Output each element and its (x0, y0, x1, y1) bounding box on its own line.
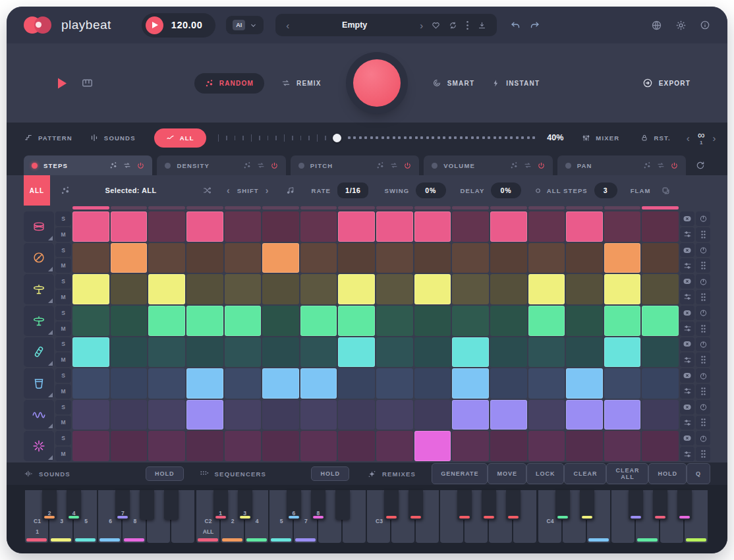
rate-value[interactable]: 1/16 (337, 182, 368, 198)
step-8-13[interactable] (528, 431, 565, 461)
tab-power-icon[interactable] (137, 162, 144, 169)
step-4-2[interactable] (111, 306, 148, 336)
track-drag-handle-icon[interactable] (696, 290, 710, 304)
step-3-4[interactable] (186, 274, 223, 304)
piano-key-F#4[interactable] (629, 490, 643, 520)
clear-track-icon[interactable] (680, 400, 694, 414)
step-7-8[interactable] (338, 400, 375, 430)
tab-power-icon[interactable] (271, 162, 278, 169)
clear-track-icon[interactable] (680, 211, 694, 226)
step-4-10[interactable] (414, 306, 451, 336)
track-drag-handle-icon[interactable] (696, 447, 710, 461)
solo-button[interactable]: S (55, 431, 71, 445)
step-5-3[interactable] (148, 337, 185, 368)
tab-pan[interactable]: PAN (557, 155, 686, 175)
clear-track-icon[interactable] (680, 431, 694, 445)
tab-steps[interactable]: STEPS (24, 155, 152, 175)
track-sliders-icon[interactable] (680, 258, 694, 273)
clear-track-icon[interactable] (680, 306, 694, 320)
length-segment-1[interactable] (72, 206, 109, 210)
ai-mode-dropdown[interactable]: AI (226, 16, 264, 34)
step-6-3[interactable] (148, 368, 185, 399)
track-drag-handle-icon[interactable] (696, 416, 710, 430)
step-3-11[interactable] (452, 274, 489, 304)
track-sliders-icon[interactable] (680, 227, 694, 242)
step-2-7[interactable] (300, 243, 337, 273)
step-1-13[interactable] (528, 211, 565, 242)
step-5-16[interactable] (642, 337, 679, 368)
step-6-4[interactable] (186, 368, 223, 399)
step-4-8[interactable] (338, 306, 375, 336)
step-5-15[interactable] (604, 337, 641, 368)
tab-power-icon[interactable] (404, 162, 411, 169)
track-sliders-icon[interactable] (680, 384, 694, 399)
step-3-6[interactable] (262, 274, 299, 304)
track-sliders-icon[interactable] (680, 416, 694, 430)
step-4-4[interactable] (186, 306, 223, 336)
solo-button[interactable]: S (55, 400, 71, 414)
step-2-3[interactable] (148, 243, 185, 273)
step-5-11[interactable] (452, 337, 489, 368)
step-6-1[interactable] (72, 368, 109, 399)
step-8-14[interactable] (566, 431, 603, 461)
step-1-8[interactable] (338, 211, 375, 242)
sequencers-hold-button[interactable]: HOLD (311, 466, 349, 481)
step-3-2[interactable] (111, 274, 148, 304)
step-6-7[interactable] (300, 368, 337, 399)
step-5-12[interactable] (490, 337, 527, 368)
shift-left-button[interactable]: ‹ (227, 185, 231, 196)
step-5-10[interactable] (414, 337, 451, 368)
export-button[interactable]: EXPORT (642, 78, 691, 88)
step-5-13[interactable] (528, 337, 565, 368)
piano-key-A#1[interactable] (164, 490, 179, 520)
step-6-10[interactable] (414, 368, 451, 399)
piano-key-D#1[interactable]: 4 (67, 490, 81, 520)
piano-key-C#2[interactable]: 1 (213, 490, 228, 520)
tab-dice-icon[interactable] (510, 161, 518, 169)
step-4-5[interactable] (225, 306, 262, 336)
tab-power-icon[interactable] (538, 162, 545, 169)
step-1-9[interactable] (376, 211, 413, 242)
step-5-9[interactable] (376, 337, 413, 368)
save-download-icon[interactable] (478, 21, 486, 30)
burst-icon[interactable] (24, 431, 54, 461)
step-6-9[interactable] (376, 368, 413, 399)
track-drag-handle-icon[interactable] (696, 352, 710, 367)
step-2-14[interactable] (566, 243, 603, 273)
piano-key-G#2[interactable]: 8 (311, 490, 325, 520)
move-button[interactable]: MOVE (488, 463, 526, 484)
length-segment-5[interactable] (225, 206, 262, 210)
step-2-13[interactable] (528, 243, 565, 273)
tab-loop-icon[interactable] (390, 161, 398, 169)
step-7-12[interactable] (490, 400, 527, 430)
track-knob-icon[interactable] (696, 211, 710, 226)
mute-button[interactable]: M (55, 322, 71, 336)
piano-key-A#3[interactable] (506, 490, 521, 520)
track-knob-icon[interactable] (696, 274, 710, 289)
piano-key-G#4[interactable] (653, 490, 667, 520)
tab-dice-icon[interactable] (109, 161, 117, 169)
lock-button[interactable]: LOCK (526, 463, 565, 484)
pattern-tab[interactable]: PATTERN (24, 133, 72, 142)
hold-button[interactable]: HOLD (648, 463, 687, 484)
step-1-4[interactable] (186, 211, 223, 242)
track-drag-handle-icon[interactable] (696, 322, 710, 336)
shift-right-button[interactable]: › (266, 185, 269, 196)
undo-icon[interactable] (510, 20, 521, 30)
step-2-12[interactable] (490, 243, 527, 273)
tab-pitch[interactable]: PITCH (291, 155, 419, 175)
step-4-15[interactable] (604, 306, 641, 336)
hihat-icon[interactable] (24, 274, 54, 304)
slider-handle[interactable] (333, 134, 341, 142)
piano-key-A#2[interactable] (335, 490, 350, 520)
step-7-9[interactable] (376, 400, 413, 430)
step-8-3[interactable] (148, 431, 185, 461)
step-3-3[interactable] (148, 274, 185, 304)
step-1-7[interactable] (300, 211, 337, 242)
loop-prev-button[interactable]: ‹ (687, 133, 690, 143)
step-6-2[interactable] (111, 368, 148, 399)
step-7-11[interactable] (452, 400, 489, 430)
step-5-14[interactable] (566, 337, 603, 368)
step-1-5[interactable] (225, 211, 262, 242)
step-8-5[interactable] (225, 431, 262, 461)
